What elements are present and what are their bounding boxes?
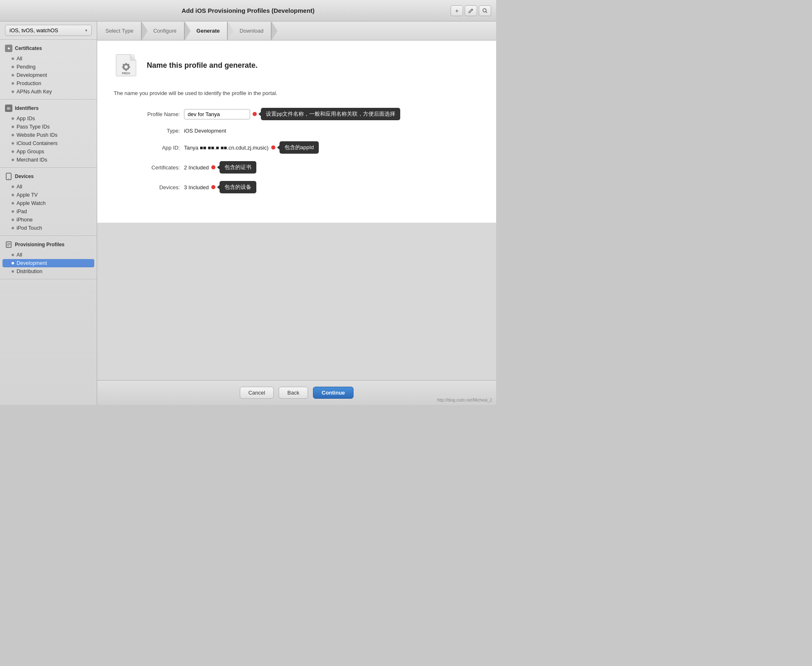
sidebar-item-label: Pending xyxy=(17,64,36,70)
title-bar-buttons: + xyxy=(451,5,491,16)
dot-icon xyxy=(12,82,14,85)
platform-label: iOS, tvOS, watchOS xyxy=(10,27,58,33)
sidebar-item-app-groups[interactable]: App Groups xyxy=(0,147,97,156)
dot-icon xyxy=(12,142,14,145)
sidebar-item-label: Pass Type IDs xyxy=(17,124,50,130)
type-value: iOS Development xyxy=(184,128,226,134)
cancel-button[interactable]: Cancel xyxy=(240,387,274,399)
sidebar-item-cert-development[interactable]: Development xyxy=(0,71,97,79)
profile-name-row: Profile Name: 设置pp文件名称，一般和应用名称关联，方便后面选择 xyxy=(114,108,480,120)
sidebar-header: iOS, tvOS, watchOS ▾ xyxy=(0,21,97,40)
sidebar-item-ipad[interactable]: iPad xyxy=(0,207,97,216)
dot-icon xyxy=(12,57,14,60)
sidebar-item-apple-tv[interactable]: Apple TV xyxy=(0,191,97,199)
sidebar-item-label: Distribution xyxy=(17,269,43,274)
search-button[interactable] xyxy=(479,5,491,16)
edit-button[interactable] xyxy=(465,5,477,16)
type-row: Type: iOS Development xyxy=(114,128,480,134)
sidebar-item-cert-all[interactable]: All xyxy=(0,55,97,63)
step-configure-label: Configure xyxy=(153,28,177,34)
sidebar-item-devices-all[interactable]: All xyxy=(0,183,97,191)
required-dot xyxy=(211,165,215,169)
dot-icon xyxy=(12,262,14,264)
sidebar-item-label: iPad xyxy=(17,209,27,214)
dot-icon xyxy=(12,90,14,93)
dot-icon xyxy=(12,219,14,221)
sidebar-item-iphone[interactable]: iPhone xyxy=(0,216,97,224)
step-select-type-label: Select Type xyxy=(105,28,134,34)
provisioning-heading: Provisioning Profiles xyxy=(0,239,97,251)
certificates-icon: ✦ xyxy=(5,45,12,52)
prov-icon-img: PROV xyxy=(114,53,139,78)
devices-value: 3 Included xyxy=(184,184,209,190)
app-id-label: App ID: xyxy=(114,145,180,151)
dot-icon xyxy=(12,150,14,153)
breadcrumb-bar: Select Type Configure Generate Download xyxy=(97,21,496,40)
svg-rect-14 xyxy=(129,67,130,68)
form-header: PROV Name this profile and generate. xyxy=(114,53,480,78)
dot-icon xyxy=(12,74,14,76)
form-title: Name this profile and generate. xyxy=(147,61,258,70)
sidebar-item-label: App Groups xyxy=(17,149,44,155)
watermark: http://blog.csdn.net/Micheal_2 xyxy=(437,398,492,402)
platform-dropdown[interactable]: iOS, tvOS, watchOS ▾ xyxy=(5,25,92,36)
sidebar-item-label: Merchant IDs xyxy=(17,157,47,163)
chevron-down-icon: ▾ xyxy=(85,28,87,33)
step-generate-label: Generate xyxy=(196,28,220,34)
certificates-heading: ✦ Certificates xyxy=(0,43,97,55)
content-area: Select Type Configure Generate Download xyxy=(97,21,496,405)
step-generate: Generate xyxy=(185,21,228,40)
prov-profiles-icon xyxy=(5,241,12,248)
app-id-row: App ID: Tanya ■■ ■■.■ ■■.cn.cdut.zj.musi… xyxy=(114,141,480,154)
sidebar-item-prov-all[interactable]: All xyxy=(0,251,97,259)
svg-line-1 xyxy=(486,12,487,13)
app-id-tooltip: 包含的appId xyxy=(279,141,319,154)
sidebar-item-pass-type-ids[interactable]: Pass Type IDs xyxy=(0,123,97,131)
sidebar-item-apple-watch[interactable]: Apple Watch xyxy=(0,199,97,207)
certificates-row: Certificates: 2 Included 包含的证书 xyxy=(114,161,480,174)
svg-point-10 xyxy=(124,65,128,69)
sidebar-item-prov-development[interactable]: Development xyxy=(2,259,94,267)
continue-button[interactable]: Continue xyxy=(313,387,353,399)
sidebar-item-label: Development xyxy=(17,72,47,78)
devices-label: Devices: xyxy=(114,184,180,190)
dot-icon xyxy=(12,186,14,188)
sidebar-item-ipod-touch[interactable]: iPod Touch xyxy=(0,224,97,232)
type-label: Type: xyxy=(114,128,180,134)
sidebar-item-website-push-ids[interactable]: Website Push IDs xyxy=(0,131,97,139)
sidebar-item-label: Apple Watch xyxy=(17,200,45,206)
identifiers-section: ID Identifiers App IDs Pass Type IDs Web… xyxy=(0,100,97,168)
devices-heading: Devices xyxy=(0,171,97,183)
certificates-tooltip: 包含的证书 xyxy=(220,161,256,174)
sidebar-item-label: Website Push IDs xyxy=(17,132,57,138)
profile-name-input[interactable] xyxy=(184,109,250,119)
sidebar-item-label: App IDs xyxy=(17,116,35,121)
certificates-label: Certificates xyxy=(15,45,42,51)
sidebar-item-icloud-containers[interactable]: iCloud Containers xyxy=(0,139,97,147)
profile-name-label: Profile Name: xyxy=(114,111,180,117)
back-button[interactable]: Back xyxy=(279,387,308,399)
sidebar-item-merchant-ids[interactable]: Merchant IDs xyxy=(0,156,97,164)
sidebar-item-app-ids[interactable]: App IDs xyxy=(0,114,97,123)
sidebar-item-cert-production[interactable]: Production xyxy=(0,79,97,88)
sidebar-item-cert-pending[interactable]: Pending xyxy=(0,63,97,71)
sidebar-item-label: APNs Auth Key xyxy=(17,89,52,95)
identifiers-heading: ID Identifiers xyxy=(0,103,97,114)
step-download: Download xyxy=(228,21,272,40)
svg-rect-13 xyxy=(122,67,124,68)
add-button[interactable]: + xyxy=(451,5,463,16)
svg-rect-12 xyxy=(126,69,127,71)
dot-icon xyxy=(12,117,14,120)
devices-section: Devices All Apple TV Apple Watch iPad iP… xyxy=(0,168,97,236)
dot-icon xyxy=(12,159,14,161)
sidebar-item-label: iPod Touch xyxy=(17,225,42,231)
sidebar-item-prov-distribution[interactable]: Distribution xyxy=(0,267,97,276)
dot-icon xyxy=(12,202,14,205)
provisioning-label: Provisioning Profiles xyxy=(15,242,64,247)
sidebar-item-cert-apns[interactable]: APNs Auth Key xyxy=(0,88,97,96)
certificates-value: 2 Included xyxy=(184,164,209,171)
svg-point-0 xyxy=(483,9,486,12)
dot-icon xyxy=(12,66,14,68)
identifiers-icon: ID xyxy=(5,105,12,112)
device-icon xyxy=(5,173,12,180)
